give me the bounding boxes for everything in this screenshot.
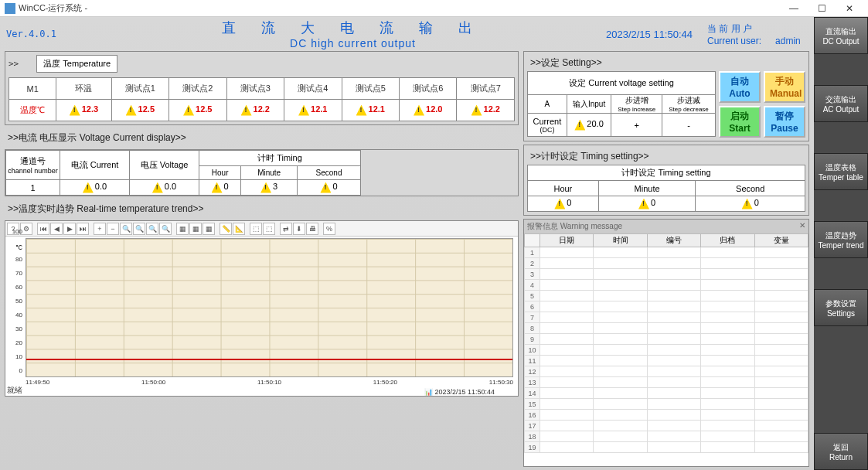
warning-icon (356, 105, 367, 116)
warning-icon (742, 199, 753, 209)
temp-value: 12.5 (169, 100, 226, 121)
setting-table: 设定 Current voltage setting A 输入Input 步进增… (527, 71, 716, 137)
table-row[interactable]: 12 (525, 366, 808, 377)
warning-icon (70, 105, 80, 116)
table-row[interactable]: 11 (525, 356, 808, 366)
grid-icon[interactable]: ▦ (203, 223, 215, 235)
table-row[interactable]: 18 (525, 431, 808, 442)
zoomout-icon[interactable]: − (107, 223, 119, 235)
sidebar-item-ac-output[interactable]: 交流输出AC Output (814, 85, 868, 122)
print-icon[interactable]: 🖶 (306, 223, 318, 235)
temp-value: 12.2 (457, 100, 515, 121)
timing-panel: >>计时设定 Timing setting>> 计时设定 Timing sett… (523, 145, 809, 216)
close-button[interactable]: ✕ (836, 1, 863, 16)
tab-temperature[interactable]: 温度 Temperature (36, 55, 117, 73)
header: Ver.4.0.1 直 流 大 电 流 输 出 DC high current … (0, 17, 814, 51)
table-row[interactable]: 17 (525, 421, 808, 431)
temp-value: 12.0 (399, 100, 456, 121)
timing-second[interactable]: 0 (696, 196, 805, 212)
ruler-icon[interactable]: 📐 (233, 223, 245, 235)
current-value: 0.0 (60, 180, 130, 196)
link-icon[interactable]: ⇄ (280, 223, 292, 235)
timing-hour[interactable]: 0 (528, 196, 599, 212)
current-user: 当 前 用 户 Current user:admin (707, 22, 808, 46)
table-row[interactable]: 2 (525, 258, 808, 269)
table-row[interactable]: 3 (525, 269, 808, 280)
pause-button[interactable]: 暂停Pause (764, 106, 805, 138)
step-increase-button[interactable]: + (611, 114, 662, 137)
sidebar-item-return[interactable]: 返回Return (814, 433, 868, 470)
sidebar-item-dc-output[interactable]: 直流输出DC Output (814, 17, 868, 54)
config-icon[interactable]: ⬚ (263, 223, 275, 235)
temp-value: 12.1 (342, 100, 399, 121)
table-row[interactable]: 14 (525, 388, 808, 399)
table-row[interactable]: 5 (525, 291, 808, 301)
current-input[interactable]: 20.0 (567, 114, 611, 137)
temp-value: 12.2 (226, 100, 284, 121)
warning-icon (152, 182, 163, 193)
app-icon (5, 3, 15, 14)
grid-icon[interactable]: ▦ (176, 223, 189, 235)
sidebar: 直流输出DC Output交流输出AC Output温度表格Temper tab… (814, 17, 868, 470)
titlebar: WinCC-运行系统 - — ☐ ✕ (0, 0, 868, 17)
warning-icon (241, 105, 252, 116)
minimize-button[interactable]: — (780, 1, 808, 16)
auto-button[interactable]: 自动Auto (719, 71, 761, 103)
start-button[interactable]: 启动Start (719, 106, 761, 138)
page-title: 直 流 大 电 流 输 出 DC high current output (114, 19, 591, 49)
warning-icon (260, 182, 271, 193)
export-icon[interactable]: ⬇ (293, 223, 305, 235)
zoomin-icon[interactable]: + (94, 223, 106, 235)
voltage-current-table: 通道号channel number 电流 Current 电压 Voltage … (5, 150, 361, 196)
warning-icon (471, 105, 482, 116)
step-decrease-button[interactable]: - (662, 114, 716, 137)
chart-area[interactable] (26, 238, 513, 377)
table-row[interactable]: 10 (525, 345, 808, 356)
warning-icon (183, 105, 194, 116)
percent-icon[interactable]: % (323, 223, 335, 235)
table-row[interactable]: 6 (525, 301, 808, 312)
zoom-icon[interactable]: 🔍 (159, 223, 172, 235)
table-row[interactable]: 8 (525, 323, 808, 334)
warning-icon (212, 182, 223, 193)
table-row[interactable]: 15 (525, 399, 808, 410)
trend-title: >>温度实时趋势 Real-time temperature trend>> (5, 199, 519, 217)
warning-close-icon[interactable]: ✕ (799, 221, 805, 232)
warning-icon (83, 182, 94, 193)
table-row[interactable]: 1 (525, 247, 808, 258)
last-icon[interactable]: ⏭ (77, 223, 89, 235)
table-row[interactable]: 16 (525, 410, 808, 421)
table-row[interactable]: 7 (525, 312, 808, 323)
sidebar-item-settings[interactable]: 参数设置Settings (814, 289, 868, 326)
trend-chart: ? ⚙ ⏮ ◀ ▶ ⏭ + − 🔍 🔍 🔍 🔍 ▦ ▦ (5, 220, 519, 397)
zoom-icon[interactable]: 🔍 (146, 223, 158, 235)
sidebar-item-temper-trend[interactable]: 温度趋势Temper trend (814, 221, 868, 258)
sidebar-item-temper-table[interactable]: 温度表格Temper table (814, 153, 868, 190)
version-label: Ver.4.0.1 (6, 29, 114, 39)
warning-table: 日期时间编号归档变量 12345678910111213141516171819 (524, 233, 808, 453)
table-row[interactable]: 9 (525, 334, 808, 345)
next-icon[interactable]: ▶ (63, 223, 76, 235)
ruler-icon[interactable]: 📏 (220, 223, 232, 235)
timing-minute[interactable]: 0 (598, 196, 696, 212)
grid-icon[interactable]: ▦ (189, 223, 202, 235)
timing-table: 计时设定 Timing setting HourMinuteSecond 0 0… (527, 165, 805, 212)
table-row[interactable]: 13 (525, 377, 808, 388)
temperature-panel: >> 温度 Temperature M1环温测试点1测试点2测试点3测试点4测试… (5, 51, 519, 125)
voltage-value: 0.0 (130, 180, 199, 196)
temp-row-label: 温度℃ (9, 100, 56, 121)
config-icon[interactable]: ⬚ (250, 223, 262, 235)
warning-panel: 报警信息 Warning message✕ 日期时间编号归档变量 1234567… (523, 219, 809, 467)
zoom-icon[interactable]: 🔍 (133, 223, 145, 235)
zoom-icon[interactable]: 🔍 (120, 223, 132, 235)
first-icon[interactable]: ⏮ (37, 223, 49, 235)
chart-toolbar: ? ⚙ ⏮ ◀ ▶ ⏭ + − 🔍 🔍 🔍 🔍 ▦ ▦ (5, 221, 518, 237)
table-row[interactable]: 4 (525, 280, 808, 291)
temp-value: 12.3 (56, 100, 111, 121)
datetime: 2023/2/15 11:50:44 (591, 29, 707, 40)
warning-icon (554, 199, 565, 209)
prev-icon[interactable]: ◀ (50, 223, 63, 235)
manual-button[interactable]: 手动Manual (764, 71, 805, 103)
maximize-button[interactable]: ☐ (808, 1, 836, 16)
table-row[interactable]: 19 (525, 442, 808, 453)
